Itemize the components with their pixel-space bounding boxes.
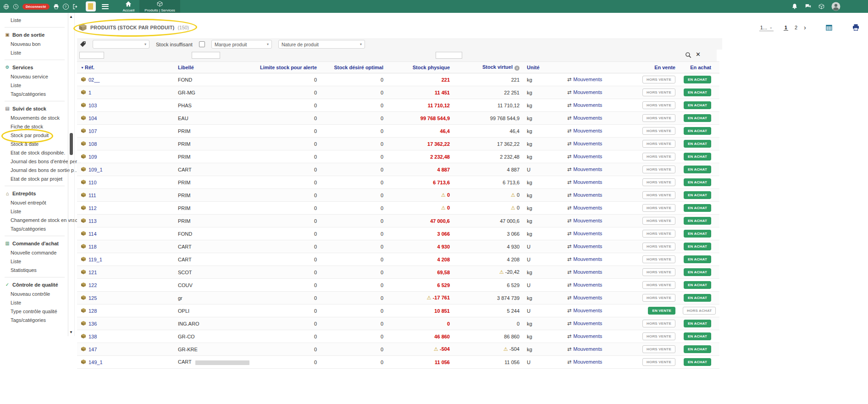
table-row[interactable]: 138 GR-CO 0 0 ⚠46 860 ⚠86 860 kg ⇄Mouvem…: [77, 330, 719, 343]
movements-link[interactable]: Mouvements: [573, 115, 602, 121]
table-row[interactable]: 109_1 CART 0 0 ⚠4 887 ⚠4 887 U ⇄Mouvemen…: [77, 163, 719, 176]
sidebar-item-statistiques[interactable]: Statistiques: [5, 266, 66, 274]
logout-icon[interactable]: [72, 4, 78, 10]
table-row[interactable]: 110 PRIM 0 0 ⚠6 713,6 ⚠6 713,6 kg ⇄Mouve…: [77, 176, 719, 189]
product-ref-link[interactable]: 104: [88, 116, 97, 121]
table-row[interactable]: 136 ING.ARO 0 0 ⚠0 ⚠0 kg ⇄Mouvements HOR…: [77, 317, 719, 330]
movements-link[interactable]: Mouvements: [573, 282, 602, 288]
sidebar-item-tags-categories[interactable]: Tags/catégories: [5, 315, 66, 324]
sidebar-item-mouvements-de-stock[interactable]: Mouvements de stock: [5, 113, 66, 122]
product-ref-link[interactable]: 136: [88, 321, 97, 327]
product-ref-link[interactable]: 119_1: [88, 257, 102, 262]
page-2-link[interactable]: 2: [794, 25, 798, 30]
sidebar-item-nouvelle-commande[interactable]: Nouvelle commande: [5, 248, 66, 257]
table-row[interactable]: 111 PRIM 0 0 ⚠0 ⚠0 kg ⇄Mouvements HORS V…: [77, 189, 719, 202]
product-ref-link[interactable]: 110: [88, 180, 97, 185]
header-optimal[interactable]: Stock désiré optimal: [321, 62, 387, 73]
sidebar-section-entrepots[interactable]: ⌂Entrepôts: [5, 189, 66, 198]
movements-link[interactable]: Mouvements: [573, 102, 602, 108]
physique-search-input[interactable]: [436, 52, 462, 59]
movements-link[interactable]: Mouvements: [573, 244, 602, 249]
sidebar-item-tags-categories[interactable]: Tags/catégories: [5, 224, 66, 233]
app-logo[interactable]: [86, 1, 96, 11]
table-row[interactable]: 122 COUV 0 0 ⚠6 529 ⚠6 529 U ⇄Mouvements…: [77, 279, 719, 292]
excel-export-icon[interactable]: [825, 24, 833, 31]
movements-link[interactable]: Mouvements: [573, 154, 602, 159]
product-ref-link[interactable]: 121: [88, 270, 97, 275]
movements-link[interactable]: Mouvements: [573, 346, 602, 352]
stock-insuffisant-checkbox[interactable]: [199, 41, 205, 47]
table-row[interactable]: 108 PRIM 0 0 ⚠17 362,22 ⚠17 362,22 kg ⇄M…: [77, 138, 719, 150]
movements-link[interactable]: Mouvements: [573, 256, 602, 262]
header-virtuel[interactable]: Stock virtueli: [453, 62, 523, 73]
product-ref-link[interactable]: 128: [88, 308, 97, 314]
chat-icon[interactable]: [805, 3, 812, 10]
header-libelle[interactable]: Libellé: [174, 62, 253, 73]
product-ref-link[interactable]: 111: [88, 193, 96, 198]
nav-accueil[interactable]: Accueil: [118, 0, 140, 13]
product-ref-link[interactable]: 114: [88, 231, 97, 237]
movements-link[interactable]: Mouvements: [573, 269, 602, 275]
page-selector[interactable]: 1... ⌄: [759, 24, 774, 31]
movements-link[interactable]: Mouvements: [573, 166, 602, 172]
page-1-link[interactable]: 1: [784, 25, 788, 31]
table-row[interactable]: 121 SCOT 0 0 ⚠69,58 ⚠-20,42 kg ⇄Mouvemen…: [77, 266, 719, 279]
sidebar-item-stock-a-date[interactable]: Stock à date: [5, 139, 66, 148]
sidebar-item-stock-par-produit[interactable]: Stock par produit: [5, 131, 66, 139]
movements-link[interactable]: Mouvements: [573, 192, 602, 198]
globe-icon[interactable]: [3, 4, 9, 10]
sidebar-section-suivi-de-stock[interactable]: ▤Suivi de stock: [5, 104, 66, 113]
category-filter-select[interactable]: ▾: [93, 40, 149, 49]
movements-link[interactable]: Mouvements: [573, 231, 602, 236]
movements-link[interactable]: Mouvements: [573, 205, 602, 210]
movements-link[interactable]: Mouvements: [573, 218, 602, 223]
clock-icon[interactable]: [13, 4, 19, 10]
sidebar-section-services[interactable]: ⚙Services: [5, 63, 66, 72]
table-row[interactable]: 107 PRIM 0 0 ⚠46,4 ⚠46,4 kg ⇄Mouvements …: [77, 125, 719, 138]
table-row[interactable]: 109 PRIM 0 0 ⚠2 232,48 ⚠2 232,48 kg ⇄Mou…: [77, 150, 719, 163]
product-ref-link[interactable]: 108: [88, 141, 97, 147]
avatar[interactable]: [831, 2, 840, 11]
product-ref-link[interactable]: 138: [88, 334, 97, 339]
libelle-search-input[interactable]: [192, 52, 220, 59]
header-physique[interactable]: Stock physique: [387, 62, 453, 73]
sidebar-item-nouveau-service[interactable]: Nouveau service: [5, 72, 66, 81]
header-ref[interactable]: ▼Réf.: [77, 62, 174, 73]
product-ref-link[interactable]: 147: [88, 347, 97, 352]
search-icon[interactable]: [685, 52, 691, 58]
header-limite[interactable]: Limite stock pour alerte: [253, 62, 321, 73]
sidebar-section-controle-de-qualite[interactable]: ✓Côntrole de qualité: [5, 280, 66, 289]
product-ref-link[interactable]: 103: [88, 103, 97, 108]
table-row[interactable]: 149_1 CART 0 0 ⚠11 056 ⚠11 056 U ⇄Mouvem…: [77, 356, 719, 369]
movements-link[interactable]: Mouvements: [573, 128, 602, 133]
table-row[interactable]: 02__ FOND 0 0 ⚠221 ⚠221 kg ⇄Mouvements H…: [77, 73, 719, 86]
movements-link[interactable]: Mouvements: [573, 295, 602, 300]
sidebar-item-liste[interactable]: Liste: [5, 16, 66, 24]
print-icon[interactable]: [53, 4, 59, 10]
scroll-up-icon[interactable]: ▲: [69, 15, 73, 19]
product-ref-link[interactable]: 113: [88, 218, 97, 224]
sidebar-item-journal-des-bons-d-entree-per[interactable]: Journal des bons d'entrée per...: [5, 157, 66, 166]
movements-link[interactable]: Mouvements: [573, 333, 602, 339]
sidebar-item-liste[interactable]: Liste: [5, 257, 66, 266]
table-row[interactable]: 118 CART 0 0 ⚠4 930 ⚠4 930 U ⇄Mouvements…: [77, 240, 719, 253]
movements-link[interactable]: Mouvements: [573, 308, 602, 313]
scrollbar-thumb[interactable]: [70, 133, 73, 155]
product-ref-link[interactable]: 109_1: [88, 167, 103, 172]
sidebar-section-commande-d-achat[interactable]: ▥Commande d'achat: [5, 239, 66, 248]
product-ref-link[interactable]: 122: [88, 282, 97, 288]
bell-icon[interactable]: [791, 3, 798, 10]
help-icon[interactable]: ?: [63, 4, 69, 10]
header-en-vente[interactable]: En vente: [632, 62, 679, 73]
nav-produits-services[interactable]: Produits | Services: [139, 0, 180, 13]
movements-link[interactable]: Mouvements: [573, 359, 602, 365]
table-row[interactable]: 125 gr 0 0 ⚠-17 761 ⚠3 874 739 kg ⇄Mouve…: [77, 292, 719, 304]
sidebar-item-liste[interactable]: Liste: [5, 298, 66, 307]
header-unite[interactable]: Unité: [523, 62, 564, 73]
sidebar-item-liste[interactable]: Liste: [5, 207, 66, 216]
product-ref-link[interactable]: 118: [88, 244, 97, 249]
sidebar-section-bon-de-sortie[interactable]: ▣Bon de sortie: [5, 30, 66, 39]
table-row[interactable]: 113 PRIM 0 0 ⚠47 000,6 ⚠47 000,6 kg ⇄Mou…: [77, 215, 719, 227]
table-row[interactable]: 119_1 CART 0 0 ⚠4 208 ⚠4 208 U ⇄Mouvemen…: [77, 253, 719, 266]
sidebar-scrollbar[interactable]: ▲ ▼: [68, 13, 75, 336]
